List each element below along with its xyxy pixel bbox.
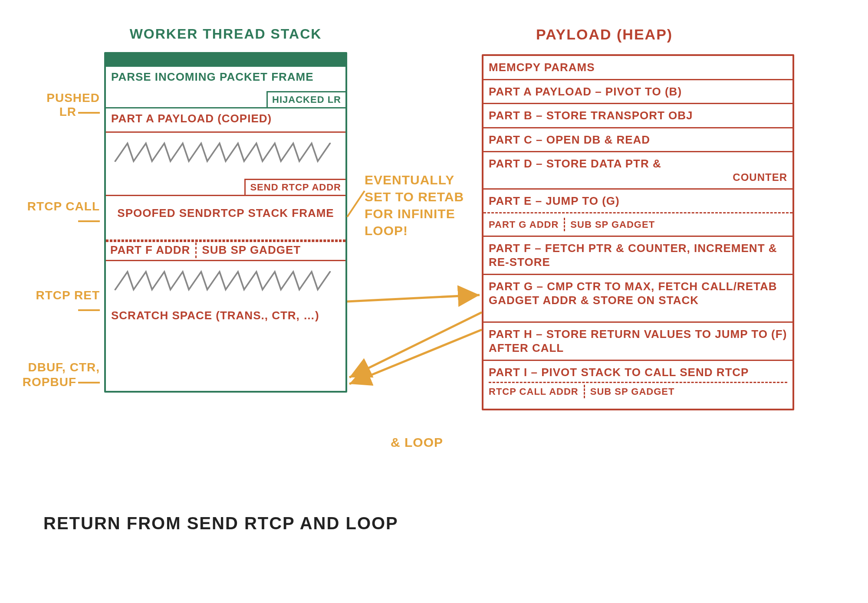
heap-row-part-h: PART H – STORE RETURN VALUES TO JUMP TO … <box>483 323 792 361</box>
stack-sub-sp-gadget: SUB SP GADGET <box>202 243 301 257</box>
anno-dbuf: DBUF, CTR, ROPBUF <box>22 360 100 389</box>
stack-row-scratch: SCRATCH SPACE (TRANS., CTR, …) <box>106 300 345 326</box>
heap-row-part-d-l1: PART D – STORE DATA PTR & <box>489 157 661 170</box>
anno-rtcp-call-text: RTCP CALL <box>27 200 100 213</box>
stack-part-f-addr: PART F ADDR <box>110 243 190 257</box>
stack-title: WORKER THREAD STACK <box>104 26 347 42</box>
anno-rtcp-ret: RTCP RET <box>26 288 100 316</box>
tick-icon <box>78 220 100 222</box>
stack-send-rtcp-addr: SEND RTCP ADDR <box>244 179 345 195</box>
heap-part-i-gadget: SUB SP GADGET <box>590 386 675 398</box>
split-separator-icon <box>564 218 565 231</box>
stack-box: PARSE INCOMING PACKET FRAME HIJACKED LR … <box>104 52 347 393</box>
note-and-loop: & LOOP <box>391 434 443 451</box>
heap-row-part-e-sub: PART G ADDR SUB SP GADGET <box>483 213 792 237</box>
stack-row-parse-frame: PARSE INCOMING PACKET FRAME HIJACKED LR <box>106 67 345 108</box>
tick-icon <box>78 309 100 311</box>
stack-hijacked-lr: HIJACKED LR <box>266 91 345 107</box>
split-separator-icon <box>195 243 197 258</box>
stack-row-spoofed-frame: SPOOFED SENDRTCP STACK FRAME PART F ADDR… <box>106 196 345 261</box>
tick-icon <box>78 382 100 383</box>
heap-row-part-i: PART I – PIVOT STACK TO CALL SEND RTCP R… <box>483 361 792 409</box>
stack-scribble-2 <box>106 261 345 300</box>
heap-row-part-e: PART E – JUMP TO (G) <box>483 190 792 214</box>
anno-rtcp-ret-text: RTCP RET <box>36 288 100 302</box>
heap-title: PAYLOAD (HEAP) <box>536 26 673 43</box>
heap-part-g-gadget: SUB SP GADGET <box>570 219 655 231</box>
note-eventually: EVENTUALLY SET TO RETAB FOR INFINITE LOO… <box>365 171 475 239</box>
heap-row-part-g: PART G – CMP CTR TO MAX, FETCH CALL/RETA… <box>483 275 792 323</box>
split-separator-icon <box>584 385 585 398</box>
stack-scribble-1 <box>106 133 345 172</box>
stack-head-stripe <box>106 54 345 67</box>
diagram-canvas: WORKER THREAD STACK PARSE INCOMING PACKE… <box>0 0 868 603</box>
stack-row-parse-frame-label: PARSE INCOMING PACKET FRAME <box>111 70 314 83</box>
anno-pushed-lr: PUSHED LR <box>26 91 100 119</box>
heap-row-part-i-l1: PART I – PIVOT STACK TO CALL SEND RTCP <box>489 366 749 379</box>
heap-row-memcpy: MEMCPY PARAMS <box>483 56 792 80</box>
heap-row-part-f: PART F – FETCH PTR & COUNTER, INCREMENT … <box>483 237 792 275</box>
heap-row-part-a: PART A PAYLOAD – PIVOT TO (B) <box>483 80 792 105</box>
heap-row-part-d: PART D – STORE DATA PTR & COUNTER <box>483 152 792 190</box>
heap-box: MEMCPY PARAMS PART A PAYLOAD – PIVOT TO … <box>482 54 794 410</box>
heap-row-part-d-l2: COUNTER <box>489 171 787 184</box>
anno-dbuf-text: DBUF, CTR, ROPBUF <box>23 360 100 389</box>
heap-part-g-addr: PART G ADDR <box>489 219 559 231</box>
anno-rtcp-call: RTCP CALL <box>26 200 100 227</box>
heap-row-part-b: PART B – STORE TRANSPORT OBJ <box>483 104 792 128</box>
anno-pushed-lr-text: PUSHED LR <box>46 91 100 118</box>
stack-row-part-a: PART A PAYLOAD (COPIED) <box>106 108 345 133</box>
stack-row-rtcp-call: SEND RTCP ADDR <box>106 172 345 196</box>
heap-row-part-c: PART C – OPEN DB & READ <box>483 128 792 153</box>
stack-row-spoofed-frame-label: SPOOFED SENDRTCP STACK FRAME <box>117 206 334 220</box>
tick-icon <box>78 112 100 114</box>
heap-part-i-addr: RTCP CALL ADDR <box>489 386 579 398</box>
caption: RETURN FROM SEND RTCP AND LOOP <box>43 512 398 534</box>
stack-row-rtcp-ret-split: PART F ADDR SUB SP GADGET <box>110 243 341 258</box>
